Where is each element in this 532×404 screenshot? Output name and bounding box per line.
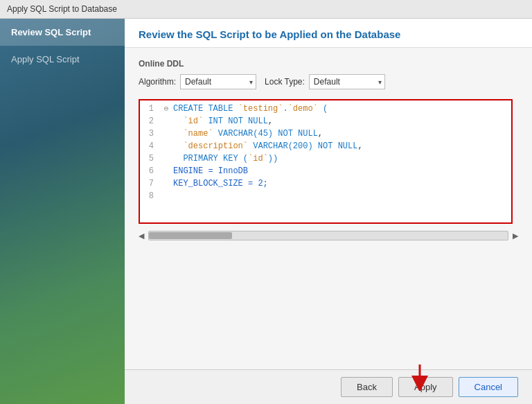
line-num-7: 7 (140, 179, 159, 188)
line-num-3: 3 (140, 129, 159, 139)
locktype-label: Lock Type: (265, 77, 305, 87)
title-bar-label: Apply SQL Script to Database (7, 4, 117, 14)
options-row: Algorithm: Default INPLACE COPY Lock Typ… (139, 74, 518, 89)
sidebar-item-label: Review SQL Script (11, 27, 91, 37)
line-content-4: `description` VARCHAR(200) NOT NULL, (173, 141, 511, 151)
locktype-select[interactable]: Default NONE SHARED EXCLUSIVE (309, 74, 385, 89)
apply-arrow-icon (405, 362, 429, 391)
sidebar: Review SQL Script Apply SQL Script (0, 19, 125, 404)
sidebar-item-label: Apply SQL Script (11, 54, 80, 64)
sql-line-5: 5 PRIMARY KEY (`id`)) (140, 153, 511, 166)
sql-line-6: 6 ENGINE = InnoDB (140, 166, 511, 178)
footer: Back Apply Cancel (125, 369, 532, 404)
back-button[interactable]: Back (341, 377, 393, 397)
scroll-track[interactable] (148, 231, 508, 240)
arrow-indicator (405, 362, 429, 393)
cancel-button[interactable]: Cancel (459, 377, 518, 397)
line-num-4: 4 (140, 141, 159, 151)
algorithm-group: Algorithm: Default INPLACE COPY (139, 74, 256, 89)
locktype-select-wrapper: Default NONE SHARED EXCLUSIVE (309, 74, 385, 89)
line-num-2: 2 (140, 116, 159, 126)
title-bar: Apply SQL Script to Database (0, 0, 532, 19)
line-content-2: `id` INT NOT NULL, (173, 116, 511, 126)
line-content-3: `name` VARCHAR(45) NOT NULL, (173, 129, 511, 139)
sql-line-3: 3 `name` VARCHAR(45) NOT NULL, (140, 128, 511, 141)
online-ddl-label: Online DDL (139, 59, 518, 69)
line-num-1: 1 (140, 104, 159, 114)
line-num-6: 6 (140, 166, 159, 176)
line-content-6: ENGINE = InnoDB (173, 166, 511, 176)
line-content-7: KEY_BLOCK_SIZE = 2; (173, 179, 511, 188)
main-content: Review the SQL Script to be Applied on t… (125, 19, 532, 404)
dialog-body: Review SQL Script Apply SQL Script Revie… (0, 19, 532, 404)
line-num-8: 8 (140, 191, 159, 201)
line-gutter-1: ⊖ (159, 104, 173, 113)
sidebar-item-apply-sql[interactable]: Apply SQL Script (0, 46, 125, 73)
sql-line-7: 7 KEY_BLOCK_SIZE = 2; (140, 178, 511, 191)
algorithm-select[interactable]: Default INPLACE COPY (180, 74, 256, 89)
algorithm-label: Algorithm: (139, 77, 176, 87)
line-num-5: 5 (140, 154, 159, 164)
line-content-5: PRIMARY KEY (`id`)) (173, 154, 511, 164)
main-header: Review the SQL Script to be Applied on t… (125, 19, 532, 48)
main-body: Online DDL Algorithm: Default INPLACE CO… (125, 48, 532, 369)
page-title: Review the SQL Script to be Applied on t… (139, 28, 518, 40)
scroll-left-arrow[interactable]: ◀ (139, 231, 144, 240)
locktype-group: Lock Type: Default NONE SHARED EXCLUSIVE (265, 74, 385, 89)
scroll-right-arrow[interactable]: ▶ (513, 231, 518, 240)
sql-line-4: 4 `description` VARCHAR(200) NOT NULL, (140, 141, 511, 153)
scrollbar-area: ◀ ▶ (139, 231, 518, 240)
sql-line-8: 8 (140, 191, 511, 203)
sql-line-2: 2 `id` INT NOT NULL, (140, 116, 511, 128)
scroll-thumb (149, 232, 232, 239)
sidebar-item-review-sql[interactable]: Review SQL Script (0, 19, 125, 46)
algorithm-select-wrapper: Default INPLACE COPY (180, 74, 256, 89)
sql-editor[interactable]: 1 ⊖ CREATE TABLE `testing`.`demo` ( 2 `i… (139, 99, 513, 224)
line-content-1: CREATE TABLE `testing`.`demo` ( (173, 104, 511, 114)
sql-line-1: 1 ⊖ CREATE TABLE `testing`.`demo` ( (140, 103, 511, 116)
